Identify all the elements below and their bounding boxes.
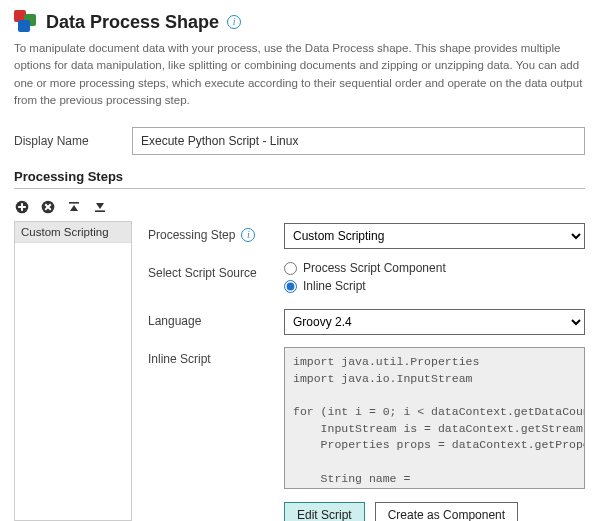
steps-list: Custom Scripting — [14, 221, 132, 521]
divider — [14, 188, 585, 189]
display-name-row: Display Name — [14, 127, 585, 155]
script-source-group: Process Script Component Inline Script — [284, 261, 585, 297]
inline-script-box[interactable] — [284, 347, 585, 489]
svg-marker-9 — [96, 203, 104, 209]
processing-step-select[interactable]: Custom Scripting — [284, 223, 585, 249]
section-title: Processing Steps — [14, 169, 585, 184]
page-description: To manipulate document data with your pr… — [14, 40, 585, 109]
svg-rect-2 — [18, 206, 26, 208]
page-title: Data Process Shape — [46, 12, 219, 33]
script-buttons: Edit Script Create as Component — [284, 502, 585, 521]
language-select[interactable]: Groovy 2.4 — [284, 309, 585, 335]
info-icon[interactable]: i — [241, 228, 255, 242]
list-item[interactable]: Custom Scripting — [15, 222, 131, 243]
script-source-inline-radio[interactable] — [284, 280, 297, 293]
steps-detail: Processing Step i Custom Scripting Selec… — [132, 221, 585, 521]
create-component-button[interactable]: Create as Component — [375, 502, 518, 521]
add-step-icon[interactable] — [14, 199, 30, 215]
shape-icon — [14, 10, 38, 34]
edit-script-button[interactable]: Edit Script — [284, 502, 365, 521]
script-source-label: Select Script Source — [148, 266, 257, 280]
move-up-icon[interactable] — [66, 199, 82, 215]
svg-marker-7 — [70, 205, 78, 211]
script-source-inline-option[interactable]: Inline Script — [284, 279, 585, 293]
page-header: Data Process Shape i — [14, 10, 585, 34]
language-label: Language — [148, 314, 201, 328]
svg-rect-8 — [95, 210, 105, 212]
info-icon[interactable]: i — [227, 15, 241, 29]
svg-rect-6 — [69, 202, 79, 204]
script-source-component-radio[interactable] — [284, 262, 297, 275]
steps-area: Custom Scripting Processing Step i Custo… — [14, 221, 585, 521]
display-name-label: Display Name — [14, 134, 132, 148]
steps-toolbar — [14, 197, 585, 221]
processing-step-label: Processing Step — [148, 228, 235, 242]
script-source-component-option[interactable]: Process Script Component — [284, 261, 585, 275]
move-down-icon[interactable] — [92, 199, 108, 215]
remove-step-icon[interactable] — [40, 199, 56, 215]
display-name-input[interactable] — [132, 127, 585, 155]
inline-script-label: Inline Script — [148, 352, 211, 366]
